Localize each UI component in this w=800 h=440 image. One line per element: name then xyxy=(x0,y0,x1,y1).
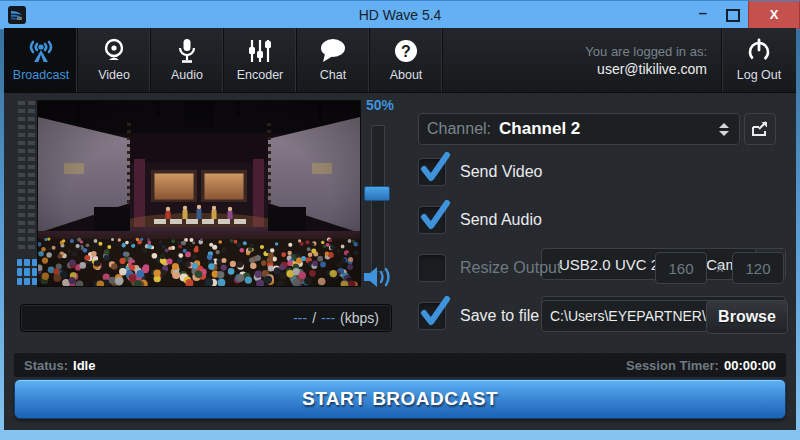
bitrate-unit: (kbps) xyxy=(340,310,379,326)
resize-height-field[interactable]: 120 xyxy=(732,252,784,284)
tab-audio[interactable]: Audio xyxy=(151,28,224,92)
save-to-file-checkbox[interactable] xyxy=(418,302,446,330)
bitrate-received: --- xyxy=(321,310,335,326)
bitrate-separator: / xyxy=(312,310,316,326)
close-button[interactable]: X xyxy=(748,1,800,29)
volume-slider[interactable] xyxy=(371,125,385,272)
login-user-email: user@tikilive.com xyxy=(597,61,707,77)
preview-drag-grip[interactable] xyxy=(17,101,37,286)
broadcast-panel: 50% --- / --- (kbps) C xyxy=(4,93,796,430)
start-broadcast-button[interactable]: START BROADCAST xyxy=(14,379,786,419)
timer-label: Session Timer: xyxy=(626,358,719,373)
logout-button[interactable]: Log Out xyxy=(721,28,796,92)
check-icon xyxy=(420,151,452,185)
grip-handle-icon xyxy=(17,259,37,285)
power-icon xyxy=(746,38,772,64)
chat-bubble-icon xyxy=(319,38,347,64)
tab-chat[interactable]: Chat xyxy=(297,28,370,92)
grip-texture xyxy=(28,101,35,253)
resize-separator: x xyxy=(712,259,728,275)
status-value: Idle xyxy=(73,358,95,373)
webcam-icon xyxy=(101,38,127,64)
channel-label: Channel: xyxy=(427,120,491,138)
video-preview xyxy=(38,101,360,286)
timer-value: 00:00:00 xyxy=(724,358,776,373)
send-audio-label: Send Audio xyxy=(460,211,542,229)
send-audio-row: Send Audio xyxy=(418,204,542,236)
tab-video[interactable]: Video xyxy=(78,28,151,92)
bitrate-display: --- / --- (kbps) xyxy=(20,304,392,332)
resize-width-field[interactable]: 160 xyxy=(655,252,707,284)
maximize-icon xyxy=(726,9,740,22)
question-icon: ? xyxy=(393,38,419,64)
window-title: HD Wave 5.4 xyxy=(0,1,800,29)
tab-label: About xyxy=(390,68,423,82)
sliders-icon xyxy=(246,38,274,64)
resize-output-row: Resize Output xyxy=(418,252,561,284)
status-text: Status:Idle xyxy=(24,358,95,373)
volume-percent-label: 50% xyxy=(360,97,400,113)
save-to-file-row: Save to file xyxy=(418,300,539,332)
spinner-icon xyxy=(719,123,731,136)
send-video-label: Send Video xyxy=(460,163,542,181)
send-video-row: Send Video xyxy=(418,156,542,188)
speaker-icon[interactable] xyxy=(362,266,396,288)
tab-label: Encoder xyxy=(237,68,284,82)
app-body: Broadcast Video xyxy=(4,28,796,430)
resize-output-label: Resize Output xyxy=(460,259,561,277)
maximize-button[interactable] xyxy=(718,1,748,29)
check-icon xyxy=(420,295,452,329)
check-icon xyxy=(420,199,452,233)
main-toolbar: Broadcast Video xyxy=(4,28,796,93)
status-label: Status: xyxy=(24,358,68,373)
tab-label: Chat xyxy=(320,68,346,82)
status-bar: Status:Idle Session Timer:00:00:00 xyxy=(14,353,786,377)
tab-label: Audio xyxy=(171,68,203,82)
channel-select[interactable]: Channel: Channel 2 xyxy=(418,113,740,145)
tab-label: Video xyxy=(98,68,130,82)
window-controls: – X xyxy=(688,1,800,29)
app-window: HD Wave 5.4 – X xyxy=(0,0,800,440)
microphone-icon xyxy=(174,38,200,64)
tab-about[interactable]: ? About xyxy=(370,28,443,92)
grip-texture xyxy=(18,101,25,253)
send-audio-checkbox[interactable] xyxy=(418,206,446,234)
save-to-file-label: Save to file xyxy=(460,307,539,325)
volume-slider-handle[interactable] xyxy=(364,186,390,201)
tab-encoder[interactable]: Encoder xyxy=(224,28,297,92)
browse-button[interactable]: Browse xyxy=(706,300,788,334)
login-info: You are logged in as: user@tikilive.com xyxy=(443,28,721,92)
resize-output-checkbox[interactable] xyxy=(418,254,446,282)
send-video-checkbox[interactable] xyxy=(418,158,446,186)
login-label: You are logged in as: xyxy=(585,44,707,59)
tab-label: Broadcast xyxy=(13,68,69,82)
tab-broadcast[interactable]: Broadcast xyxy=(4,28,78,92)
minimize-button[interactable]: – xyxy=(688,1,718,29)
session-timer: Session Timer:00:00:00 xyxy=(626,358,776,373)
broadcast-icon xyxy=(23,38,59,64)
bitrate-sent: --- xyxy=(293,310,307,326)
share-icon xyxy=(751,121,769,137)
channel-value: Channel 2 xyxy=(499,119,719,139)
logout-label: Log Out xyxy=(737,68,781,82)
titlebar: HD Wave 5.4 – X xyxy=(0,0,800,29)
share-button[interactable] xyxy=(744,113,776,145)
svg-text:?: ? xyxy=(401,43,411,60)
